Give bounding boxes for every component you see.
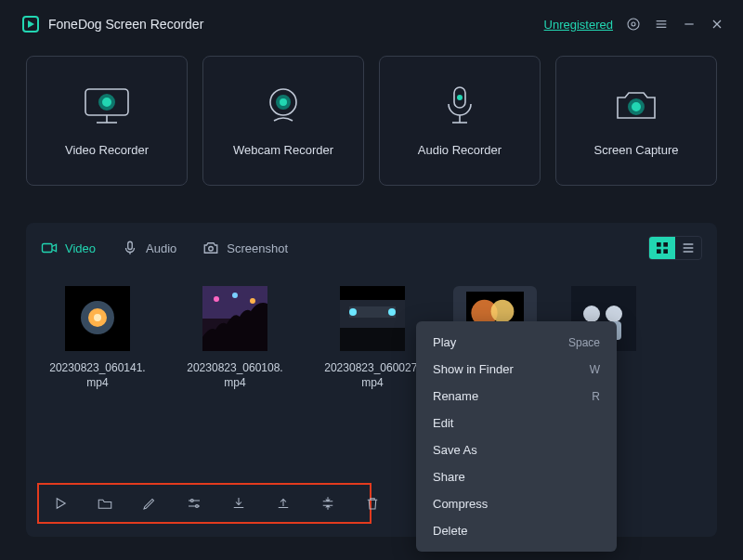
menu-item-save-as[interactable]: Save As [416,436,617,463]
download-icon[interactable] [230,494,247,513]
svg-point-13 [278,97,289,108]
menu-item-label: Show in Finder [433,362,514,376]
tab-video[interactable]: Video [41,240,96,256]
mode-audio-recorder[interactable]: Audio Recorder [379,56,541,186]
svg-point-45 [388,308,396,316]
svg-rect-20 [128,241,133,249]
title-left: FoneDog Screen Recorder [22,16,203,33]
svg-point-37 [232,293,238,298]
unregistered-link[interactable]: Unregistered [544,18,613,32]
thumbnail-image [202,286,267,351]
menu-item-label: Play [433,335,456,349]
svg-point-22 [209,247,214,252]
menu-item-play[interactable]: Play Space [416,329,617,356]
svg-point-52 [583,306,600,322]
svg-point-48 [491,300,515,323]
view-list-button[interactable] [675,237,701,259]
thumbnail-image [340,286,405,351]
thumbnail-filename: 20230823_060027.mp4 [321,360,424,390]
svg-point-11 [100,96,113,109]
svg-point-17 [457,95,463,100]
menu-item-compress[interactable]: Compress [416,490,617,517]
svg-point-44 [349,308,357,316]
menu-item-edit[interactable]: Edit [416,410,617,436]
svg-rect-43 [340,328,405,351]
menu-item-show-in-finder[interactable]: Show in Finder W [416,356,617,383]
share-icon[interactable] [275,494,292,513]
svg-rect-25 [657,249,661,254]
menu-item-share[interactable]: Share [416,463,617,490]
menu-item-label: Edit [433,416,453,430]
menu-item-delete[interactable]: Delete [416,517,617,544]
svg-rect-23 [657,242,661,247]
svg-rect-19 [43,244,53,253]
menu-item-shortcut: W [590,363,600,376]
mode-webcam-recorder[interactable]: Webcam Recorder [202,56,364,186]
monitor-record-icon [80,85,134,126]
menu-item-shortcut: Space [568,336,600,349]
close-icon[interactable] [710,17,724,32]
webcam-icon [261,85,306,126]
svg-point-1 [632,22,635,26]
tab-audio[interactable]: Audio [122,240,176,256]
thumbnail-filename: 20230823_060141.mp4 [46,360,149,390]
thumbnail-item[interactable]: 20230823_060108.mp4 [184,286,286,396]
mode-label: Webcam Recorder [233,143,333,157]
menu-item-label: Save As [433,443,477,457]
title-right: Unregistered [544,17,724,32]
mode-label: Screen Capture [593,143,678,157]
menu-icon[interactable] [654,17,669,32]
thumbnail-item[interactable]: 20230823_060141.mp4 [46,286,149,396]
tab-screenshot[interactable]: Screenshot [202,240,288,256]
trash-icon[interactable] [364,494,381,513]
pencil-icon[interactable] [141,494,158,513]
menu-item-label: Rename [433,389,478,403]
menu-item-label: Delete [433,524,468,538]
menu-item-label: Share [433,470,465,484]
compress-icon[interactable] [319,494,336,513]
menu-item-shortcut: R [592,390,600,403]
svg-point-54 [606,306,622,322]
tab-label: Video [65,241,96,255]
svg-point-36 [214,296,219,302]
app-logo-icon [22,16,39,33]
svg-point-0 [628,19,639,30]
gear-icon[interactable] [626,17,641,32]
menu-item-label: Compress [433,497,488,511]
app-title: FoneDog Screen Recorder [48,17,203,32]
thumbnail-image [65,286,130,351]
mode-label: Video Recorder [65,143,149,157]
sliders-icon[interactable] [186,494,202,513]
tab-label: Screenshot [227,241,288,255]
menu-item-rename[interactable]: Rename R [416,383,617,410]
svg-point-18 [630,100,643,113]
library-tabs-row: Video Audio Screenshot [41,236,702,260]
thumbnail-filename: 20230823_060108.mp4 [184,360,286,390]
bottom-toolbar [37,483,372,524]
minimize-icon[interactable] [682,17,697,32]
camera-icon [612,85,660,126]
mode-video-recorder[interactable]: Video Recorder [26,56,188,186]
mode-label: Audio Recorder [418,143,502,157]
view-grid-button[interactable] [649,237,675,259]
play-icon[interactable] [52,494,69,513]
svg-point-33 [94,314,101,321]
tab-label: Audio [146,241,176,255]
svg-point-38 [250,298,255,304]
view-toggle [648,236,702,260]
svg-rect-26 [663,249,668,254]
titlebar: FoneDog Screen Recorder Unregistered [0,0,743,48]
mode-screen-capture[interactable]: Screen Capture [555,56,717,186]
mic-icon [441,85,478,126]
modes-row: Video Recorder Webcam Recorder Audio Rec… [0,48,743,195]
thumbnail-item[interactable]: 20230823_060027.mp4 [321,286,424,396]
folder-icon[interactable] [97,494,113,513]
svg-rect-24 [663,242,668,247]
context-menu: Play Space Show in Finder W Rename R Edi… [416,321,617,552]
